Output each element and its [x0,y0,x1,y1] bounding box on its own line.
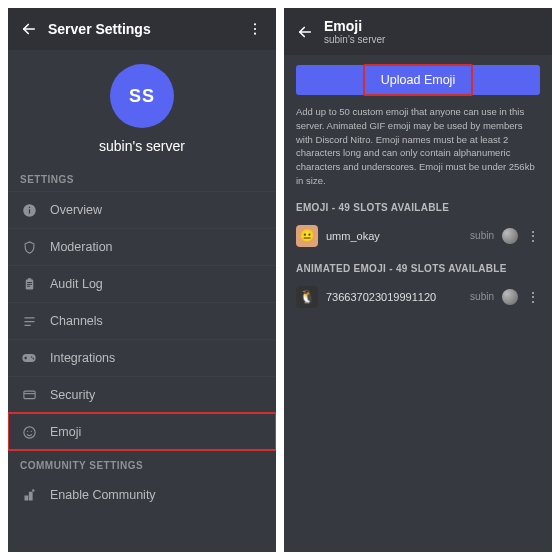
menu-label: Overview [50,203,102,217]
more-icon[interactable]: ⋮ [526,229,540,243]
menu-label: Audit Log [50,277,103,291]
menu-enable-community[interactable]: Enable Community [8,477,276,513]
community-icon [20,486,38,504]
svg-point-19 [30,430,31,431]
server-hero: SS subin's server [8,50,276,164]
svg-point-15 [33,358,35,360]
uploader-avatar [502,228,518,244]
menu-emoji[interactable]: Emoji [8,413,276,450]
menu-integrations[interactable]: Integrations [8,339,276,376]
svg-rect-9 [27,283,32,284]
svg-point-14 [31,356,33,358]
settings-header: Server Settings [8,8,276,50]
svg-point-20 [32,489,35,492]
svg-rect-13 [24,357,27,358]
menu-label: Enable Community [50,488,156,502]
menu-label: Moderation [50,240,113,254]
emoji-thumbnail: 🐧 [296,286,318,308]
list-icon [20,312,38,330]
gamepad-icon [20,349,38,367]
settings-title: Server Settings [48,21,244,37]
uploader-avatar [502,289,518,305]
svg-rect-16 [23,391,34,399]
security-icon [20,386,38,404]
menu-overview[interactable]: Overview [8,191,276,228]
svg-point-18 [27,430,28,431]
emoji-panel: Emoji subin's server Upload Emoji Add up… [284,8,552,552]
svg-rect-4 [28,209,29,213]
emoji-description: Add up to 50 custom emoji that anyone ca… [296,105,540,188]
emoji-uploader: subin [470,230,494,241]
animated-emoji-slots-label: ANIMATED EMOJI - 49 SLOTS AVAILABLE [296,263,540,274]
back-arrow-icon[interactable] [18,18,40,40]
emoji-uploader: subin [470,291,494,302]
svg-rect-5 [28,206,29,207]
svg-rect-7 [27,278,31,281]
emoji-row[interactable]: 😐 umm_okay subin ⋮ [296,223,540,249]
emoji-icon [20,423,38,441]
svg-point-1 [254,28,256,30]
shield-icon [20,238,38,256]
svg-rect-10 [27,285,30,286]
more-icon[interactable] [244,18,266,40]
emoji-header: Emoji subin's server [284,8,552,55]
emoji-thumbnail: 😐 [296,225,318,247]
svg-point-17 [23,426,34,437]
menu-security[interactable]: Security [8,376,276,413]
menu-moderation[interactable]: Moderation [8,228,276,265]
server-name: subin's server [99,138,185,154]
svg-point-2 [254,33,256,35]
emoji-title: Emoji [324,18,542,34]
menu-label: Emoji [50,425,81,439]
svg-point-0 [254,23,256,25]
community-section-label: COMMUNITY SETTINGS [8,450,276,477]
server-avatar[interactable]: SS [110,64,174,128]
emoji-name: 736637023019991120 [326,291,462,303]
emoji-slots-label: EMOJI - 49 SLOTS AVAILABLE [296,202,540,213]
menu-audit-log[interactable]: Audit Log [8,265,276,302]
emoji-row[interactable]: 🐧 736637023019991120 subin ⋮ [296,284,540,310]
server-settings-panel: Server Settings SS subin's server SETTIN… [8,8,276,552]
emoji-subtitle: subin's server [324,34,542,45]
clipboard-icon [20,275,38,293]
settings-section-label: SETTINGS [8,164,276,191]
menu-label: Channels [50,314,103,328]
menu-label: Integrations [50,351,115,365]
emoji-name: umm_okay [326,230,462,242]
info-icon [20,201,38,219]
upload-emoji-button[interactable]: Upload Emoji [296,65,540,95]
menu-label: Security [50,388,95,402]
back-arrow-icon[interactable] [294,21,316,43]
more-icon[interactable]: ⋮ [526,290,540,304]
menu-channels[interactable]: Channels [8,302,276,339]
svg-rect-8 [27,282,32,283]
